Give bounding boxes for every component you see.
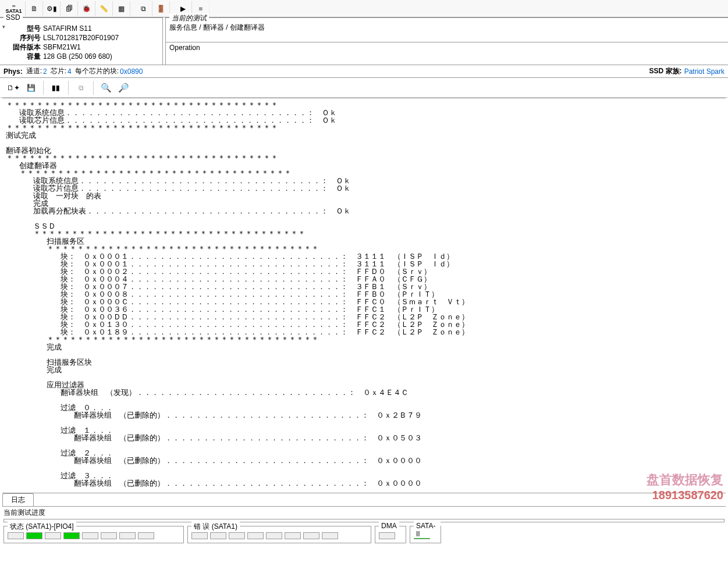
stop-icon: ■ [198,5,203,13]
dma-group: DMA [375,526,406,543]
chip-label: 芯片: [51,66,66,76]
dma-block [379,532,395,539]
ssd-panel: SSD ▾ 型号 SATAFIRM S11 序列号 LSL7012817B20F… [0,17,163,65]
error-block [191,532,208,539]
capacity-label: 容量 [5,52,43,61]
capacity-row: 容量 128 GB (250 069 680) [5,52,158,61]
sata2-group: SATA-II [410,526,441,543]
current-test-title: 当前的测试 [169,13,209,23]
status-block [119,532,136,539]
current-test-panel: 当前的测试 服务信息 / 翻译器 / 创建翻译器 [165,17,728,42]
status-block [8,532,24,539]
status-title: 状态 (SATA1)-[PIO4] [8,522,76,532]
tab-log[interactable]: 日志 [2,493,34,506]
phys-info-line: Phys: 通道: 2 芯片: 4 每个芯片的块: 0x0890 SSD 家族:… [0,65,728,78]
errors-title: 错 误 (SATA1) [191,522,240,532]
log-tabs: 日志 [2,493,726,507]
new-doc-button[interactable]: 🗋✦ [5,80,22,96]
status-group: 状态 (SATA1)-[PIO4] [3,526,184,543]
phys-label: Phys: [3,67,23,76]
watermark-line2: 18913587620 [647,489,723,502]
exit-icon: 🚪 [157,5,165,13]
status-block [45,532,61,539]
sata2-title: SATA-II [414,522,441,538]
errors-group: 错 误 (SATA1) [187,526,371,543]
error-block [303,532,319,539]
watermark-line1: 盘首数据恢复 [647,471,723,489]
binoculars-icon: 🔍 [101,83,112,93]
save-button[interactable]: 💾 [22,80,40,96]
toolbar-btn-4[interactable]: 🐞 [78,1,95,16]
serial-label: 序列号 [5,33,43,42]
serial-row: 序列号 LSL7012817B20F01907 [5,33,158,42]
status-block [138,532,154,539]
toolbar-btn-2[interactable]: ⚙▮ [43,1,61,16]
model-label: 型号 [5,24,43,33]
new-doc-icon: 🗋✦ [7,84,20,92]
pause-icon: ▮▮ [52,84,60,92]
serial-value: LSL7012817B20F01907 [43,33,158,42]
copy-doc-icon: 🗐 [66,5,73,13]
toolbar-btn-7[interactable]: ⧉ [135,1,152,16]
measure-icon: 📏 [100,5,108,13]
watermark: 盘首数据恢复 18913587620 [647,471,723,502]
toolbar-btn-6[interactable]: ▦ [113,1,130,16]
error-block [210,532,226,539]
find-next-button[interactable]: 🔎 [115,80,132,96]
status-footer: 状态 (SATA1)-[PIO4] 错 误 (SATA1) DMA [0,525,728,544]
status-block [101,532,117,539]
expand-arrow-icon[interactable]: ▾ [2,24,5,30]
toolbar-btn-3[interactable]: 🗐 [61,1,78,16]
copy2-button[interactable]: ⧉ [72,80,90,96]
status-block [26,532,42,539]
save-icon: 💾 [27,84,35,92]
model-row: 型号 SATAFIRM S11 [5,24,158,33]
perchip-label: 每个芯片的块: [75,66,119,76]
copy2-icon: ⧉ [79,84,84,92]
document-icon: 🗎 [31,5,38,13]
current-test-content: 服务信息 / 翻译器 / 创建翻译器 [169,23,725,33]
log-output[interactable]: ＊＊＊＊＊＊＊＊＊＊＊＊＊＊＊＊＊＊＊＊＊＊＊＊＊＊＊＊＊＊＊＊＊＊＊＊ 读取系… [2,98,726,493]
operation-panel: Operation [165,42,728,65]
model-value: SATAFIRM S11 [43,24,158,33]
bug-icon: 🐞 [82,5,91,13]
copy-icon: ⧉ [141,5,146,13]
status-block [63,532,80,539]
chip-value: 4 [68,67,72,76]
error-block [285,532,301,539]
grid-icon: ▦ [118,5,125,13]
perchip-value: 0x0890 [120,67,143,76]
info-header: SSD ▾ 型号 SATAFIRM S11 序列号 LSL7012817B20F… [0,17,728,65]
capacity-value: 128 GB (250 069 680) [43,52,158,61]
channel-value: 2 [43,67,47,76]
toolbar-btn-8[interactable]: 🚪 [152,1,170,16]
toolbar-btn-5[interactable]: 📏 [95,1,113,16]
dma-title: DMA [379,522,399,530]
ssd-family-value: Patriot Spark [684,67,725,76]
error-block [247,532,264,539]
firmware-label: 固件版本 [5,42,43,52]
find-button[interactable]: 🔍 [97,80,115,96]
ssd-panel-title: SSD [3,13,23,22]
pause-button[interactable]: ▮▮ [47,80,65,96]
binoculars-next-icon: 🔎 [118,83,129,93]
firmware-value: SBFM21W1 [43,42,158,52]
status-block [82,532,98,539]
log-toolbar: 🗋✦ 💾 ▮▮ ⧉ 🔍 🔎 [0,78,728,98]
operation-label: Operation [169,44,200,52]
progress-bar [3,519,725,522]
log-text: ＊＊＊＊＊＊＊＊＊＊＊＊＊＊＊＊＊＊＊＊＊＊＊＊＊＊＊＊＊＊＊＊＊＊＊＊ 读取系… [6,101,469,488]
chip-gear-icon: ⚙▮ [47,5,57,13]
error-block [229,532,245,539]
toolbar-btn-1[interactable]: 🗎 [26,1,43,16]
error-block [266,532,282,539]
channel-label: 通道: [26,66,42,76]
firmware-row: 固件版本 SBFM21W1 [5,42,158,52]
ssd-family-label: SSD 家族: [649,66,682,76]
progress-label: 当前测试进度 [0,507,728,519]
main-toolbar: ⎓ SATA1 🗎 ⚙▮ 🗐 🐞 📏 ▦ ⧉ 🚪 ▶ ■ [0,0,728,17]
error-block [322,532,338,539]
play-icon: ▶ [180,5,186,13]
